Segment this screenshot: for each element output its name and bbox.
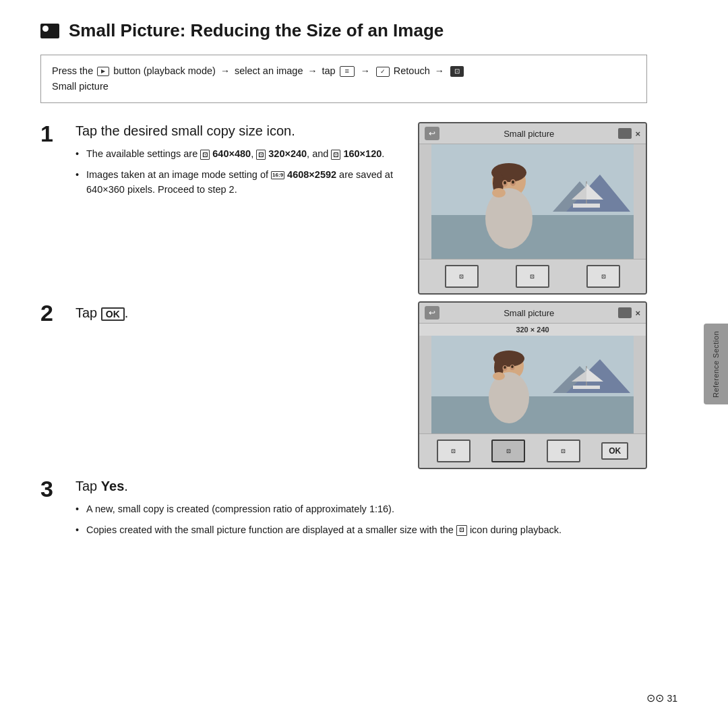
page-title: Small Picture: Reducing the Size of an I…: [40, 20, 647, 41]
reference-section-tab: Reference Section: [704, 324, 728, 404]
svg-point-11: [485, 188, 533, 249]
image-mode-icon: 16:9: [271, 171, 284, 179]
step-3-bullets: A new, small copy is created (compressio…: [75, 502, 647, 537]
svg-rect-1: [431, 215, 634, 259]
size-320-icon: ⊡: [256, 150, 266, 160]
screen-1-image: [419, 144, 646, 259]
size-icon-small: ⊡: [586, 265, 620, 288]
svg-point-12: [492, 188, 506, 198]
step-2: 2 Tap OK. ↩ Small picture × 320 × 240: [40, 301, 647, 469]
screen-1-title: Small picture: [504, 129, 554, 139]
size-2-icon-medium-selected: ⊡: [491, 439, 525, 462]
page-number: ⊙⊙ 31: [646, 692, 677, 704]
reference-section-label: Reference Section: [712, 331, 720, 398]
svg-point-33: [511, 365, 514, 368]
svg-point-15: [504, 181, 506, 185]
step-1: 1 Tap the desired small copy size icon. …: [40, 122, 647, 295]
size-icon-large: ⊡: [445, 265, 479, 288]
instruction-suffix: Small picture: [52, 81, 109, 92]
step-2-content: Tap OK.: [75, 301, 404, 321]
step-3-heading: Tap Yes.: [75, 477, 647, 495]
screen-2-back: ↩: [425, 306, 439, 320]
step-2-number: 2: [40, 301, 62, 324]
step-1-bullet-2: Images taken at an image mode setting of…: [75, 167, 404, 198]
instruction-text: Press the button (playback mode) → selec…: [52, 65, 465, 76]
screen-1-svg: [419, 144, 646, 259]
screen-1-footer: ⊡ ⊡ ⊡: [419, 259, 646, 293]
screen-2-sublabel: 320 × 240: [419, 324, 646, 336]
ok-button: OK: [601, 442, 628, 460]
size-2-icon-small: ⊡: [547, 439, 580, 462]
screen-1-controls: ×: [618, 128, 640, 139]
title-icon: [40, 24, 59, 38]
step-3-content: Tap Yes. A new, small copy is created (c…: [75, 477, 647, 543]
step-1-content: Tap the desired small copy size icon. Th…: [75, 122, 404, 202]
screen-1-mockup: ↩ Small picture ×: [418, 122, 647, 295]
ok-box: OK: [101, 307, 125, 321]
step-3-bullet-1: A new, small copy is created (compressio…: [75, 502, 647, 516]
size-160-icon: ⊡: [331, 150, 340, 160]
screen-2-title: Small picture: [504, 308, 554, 318]
step-1-bullet-1: The available settings are ⊡ 640×480, ⊡ …: [75, 146, 404, 161]
screen-1-minimize: [618, 128, 632, 139]
screen-2-header: ↩ Small picture ×: [419, 303, 646, 324]
screen-1-header: ↩ Small picture ×: [419, 123, 646, 144]
instruction-box: Press the button (playback mode) → selec…: [40, 55, 647, 103]
size-icon-medium: ⊡: [516, 265, 549, 288]
svg-point-29: [493, 372, 505, 380]
page-num-icon: ⊙⊙: [646, 692, 664, 704]
svg-point-16: [512, 181, 514, 184]
screen-2-svg: [419, 336, 646, 433]
size-2-icon-large: ⊡: [437, 439, 471, 462]
step-3: 3 Tap Yes. A new, small copy is created …: [40, 477, 647, 543]
screen-2-close: ×: [635, 308, 640, 318]
play-button-icon: [97, 67, 109, 76]
svg-rect-21: [573, 386, 600, 389]
screen-2-image: [419, 336, 646, 433]
step-1-number: 1: [40, 122, 62, 145]
screen-1-close: ×: [635, 129, 640, 139]
screen-2-controls: ×: [618, 307, 640, 318]
small-picture-icon: [450, 66, 464, 77]
step-1-heading: Tap the desired small copy size icon.: [75, 122, 404, 140]
menu-icon: [340, 66, 355, 77]
svg-rect-18: [431, 396, 634, 433]
screen-2-footer: ⊡ ⊡ ⊡ OK: [419, 433, 646, 468]
screen-2-mockup: ↩ Small picture × 320 × 240: [418, 301, 647, 469]
step-3-bullet-2: Copies created with the small picture fu…: [75, 522, 647, 537]
screen-1-back: ↩: [425, 127, 439, 140]
svg-point-32: [504, 366, 506, 369]
screen-2-minimize: [618, 307, 632, 318]
svg-point-28: [489, 372, 529, 423]
small-pic-inline-icon: ⊡: [456, 525, 467, 536]
svg-rect-4: [573, 204, 600, 208]
retouch-icon: [376, 67, 390, 77]
size-640-icon: ⊡: [200, 150, 210, 160]
step-3-number: 3: [40, 477, 62, 500]
step-2-heading: Tap OK.: [75, 305, 404, 321]
step-1-bullets: The available settings are ⊡ 640×480, ⊡ …: [75, 146, 404, 197]
